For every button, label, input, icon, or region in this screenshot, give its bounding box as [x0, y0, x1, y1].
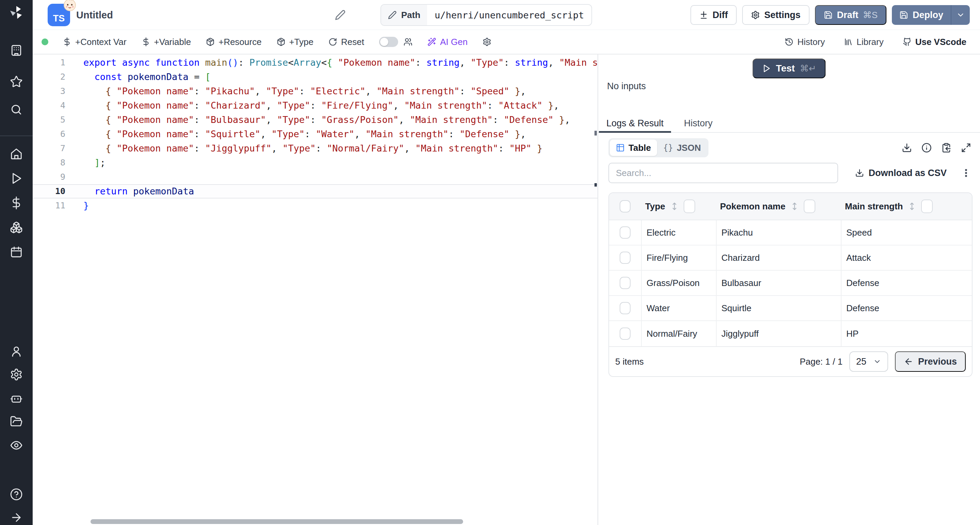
download-csv-button[interactable]: Download as CSV	[855, 168, 947, 179]
search-input[interactable]	[608, 163, 838, 183]
column-filter-box[interactable]	[684, 199, 695, 213]
code-line-2[interactable]: 2 const pokemonData = [	[33, 70, 598, 84]
test-button[interactable]: Test ⌘↵	[752, 59, 826, 78]
sidebar-item-audit-logs[interactable]	[10, 439, 23, 452]
kebab-menu-icon[interactable]	[961, 168, 971, 178]
draft-button[interactable]: Draft ⌘S	[815, 5, 886, 25]
column-filter-box[interactable]	[921, 199, 933, 213]
code-line-3[interactable]: 3 { "Pokemon name": "Pikachu", "Type": "…	[33, 84, 598, 98]
clipboard-copy-icon[interactable]	[941, 143, 951, 153]
code-text	[65, 170, 83, 184]
line-number: 8	[33, 156, 65, 170]
tab-history[interactable]: History	[681, 114, 715, 132]
code-line-11[interactable]: 11}	[33, 198, 598, 213]
script-path-pill[interactable]: Path u/henri/unencumbered_script	[380, 4, 592, 26]
row-checkbox[interactable]	[620, 302, 630, 314]
code-line-4[interactable]: 4 { "Pokemon name": "Charizard", "Type":…	[33, 98, 598, 113]
table-row[interactable]: ElectricPikachuSpeed	[609, 220, 972, 246]
code-line-1[interactable]: 1export async function main(): Promise<A…	[33, 56, 598, 70]
add-resource-button[interactable]: +Resource	[206, 37, 261, 47]
collaborators-icon[interactable]	[404, 37, 412, 46]
result-tabs: Logs & ResultHistory	[598, 114, 980, 133]
overview-ruler-mark	[595, 183, 597, 187]
topbar: TS Untitled Path u/henri/unencumbered_sc…	[33, 0, 980, 30]
editor-horizontal-scrollbar[interactable]	[91, 519, 463, 524]
column-header[interactable]: Pokemon name	[720, 201, 785, 212]
use-vscode-button[interactable]: Use VScode	[903, 37, 966, 47]
tab-logs-result[interactable]: Logs & Result	[604, 114, 666, 132]
reset-button[interactable]: Reset	[328, 37, 364, 47]
sidebar-item-folders[interactable]	[10, 415, 23, 428]
deploy-button[interactable]: Deploy	[892, 5, 951, 25]
history-button[interactable]: History	[785, 37, 825, 47]
edit-title-pencil-icon[interactable]	[335, 10, 346, 21]
code-line-5[interactable]: 5 { "Pokemon name": "Bulbasaur", "Type":…	[33, 113, 598, 127]
row-checkbox[interactable]	[620, 327, 630, 340]
table-row[interactable]: Normal/FairyJigglypuffHP	[609, 321, 972, 346]
sidebar-item-home[interactable]	[10, 147, 23, 160]
page-indicator: Page: 1 / 1	[800, 356, 843, 367]
code-line-6[interactable]: 6 { "Pokemon name": "Squirtle", "Type": …	[33, 127, 598, 141]
table-body: ElectricPikachuSpeedFire/FlyingCharizard…	[609, 220, 972, 346]
table-row[interactable]: WaterSquirtleDefense	[609, 296, 972, 321]
chevron-down-icon	[873, 357, 881, 365]
deploy-dropdown-button[interactable]	[951, 5, 970, 25]
sidebar-item-workers[interactable]	[10, 392, 23, 405]
script-path-value[interactable]: u/henri/unencumbered_script	[427, 5, 592, 25]
add-type-button[interactable]: +Type	[277, 37, 314, 47]
gear-icon	[482, 37, 492, 46]
code-line-7[interactable]: 7 { "Pokemon name": "Jigglypuff", "Type"…	[33, 141, 598, 156]
items-count: 5 items	[615, 356, 644, 367]
previous-page-button[interactable]: Previous	[895, 351, 966, 372]
sidebar-item-settings[interactable]	[10, 368, 23, 381]
code-line-8[interactable]: 8 ];	[33, 156, 598, 170]
code-editor[interactable]: 1export async function main(): Promise<A…	[33, 54, 598, 525]
sidebar-item-resources[interactable]	[10, 221, 23, 234]
history-clock-icon	[785, 37, 794, 46]
column-header[interactable]: Main strength	[845, 201, 903, 212]
sort-icon[interactable]	[670, 202, 679, 211]
result-table: Type Pokemon name Main strength	[608, 192, 972, 377]
select-all-checkbox[interactable]	[620, 200, 630, 212]
info-icon[interactable]	[921, 143, 932, 153]
add-variable-button[interactable]: +Variable	[142, 37, 191, 47]
expand-icon[interactable]	[961, 143, 971, 153]
sidebar-item-variables[interactable]	[10, 196, 23, 209]
column-header[interactable]: Type	[645, 201, 665, 212]
sidebar-item-workspace[interactable]	[10, 44, 23, 57]
baby-face-emoji-icon	[63, 0, 76, 11]
sidebar-item-search[interactable]	[10, 103, 23, 116]
add-context-var-button[interactable]: +Context Var	[63, 37, 127, 47]
settings-button[interactable]: Settings	[742, 5, 810, 25]
status-dot-icon	[41, 38, 48, 45]
table-row[interactable]: Grass/PoisonBulbasaurDefense	[609, 271, 972, 296]
code-text: ];	[65, 156, 105, 170]
row-checkbox[interactable]	[620, 277, 630, 289]
sidebar-item-schedules[interactable]	[10, 246, 23, 259]
multiplayer-toggle[interactable]	[379, 37, 398, 47]
windmill-logo-icon[interactable]	[8, 5, 24, 21]
download-icon[interactable]	[902, 143, 912, 153]
sidebar-item-runs[interactable]	[10, 172, 23, 185]
sidebar-item-favorites[interactable]	[10, 75, 23, 88]
view-toggle-table[interactable]: Table	[610, 140, 657, 156]
sidebar-collapse-arrow-icon[interactable]	[10, 511, 23, 524]
editor-settings-gear-icon[interactable]	[482, 37, 492, 46]
table-row[interactable]: Fire/FlyingCharizardAttack	[609, 246, 972, 271]
sidebar-item-help[interactable]	[10, 488, 23, 501]
library-button[interactable]: Library	[844, 37, 883, 47]
sort-icon[interactable]	[790, 202, 799, 211]
row-checkbox[interactable]	[620, 252, 630, 264]
sidebar-item-user[interactable]	[10, 345, 23, 358]
row-checkbox[interactable]	[620, 227, 630, 239]
table-cell: Attack	[841, 246, 972, 270]
diff-button[interactable]: Diff	[690, 5, 737, 25]
page-size-select[interactable]: 25	[850, 351, 888, 372]
view-toggle-json[interactable]: {} JSON	[657, 140, 707, 156]
code-line-10[interactable]: 10 return pokemonData	[33, 184, 598, 198]
ai-gen-button[interactable]: AI Gen	[427, 37, 468, 47]
column-filter-box[interactable]	[804, 199, 815, 213]
sort-icon[interactable]	[907, 202, 916, 211]
code-line-9[interactable]: 9	[33, 170, 598, 184]
wand-sparkles-icon	[427, 37, 436, 46]
